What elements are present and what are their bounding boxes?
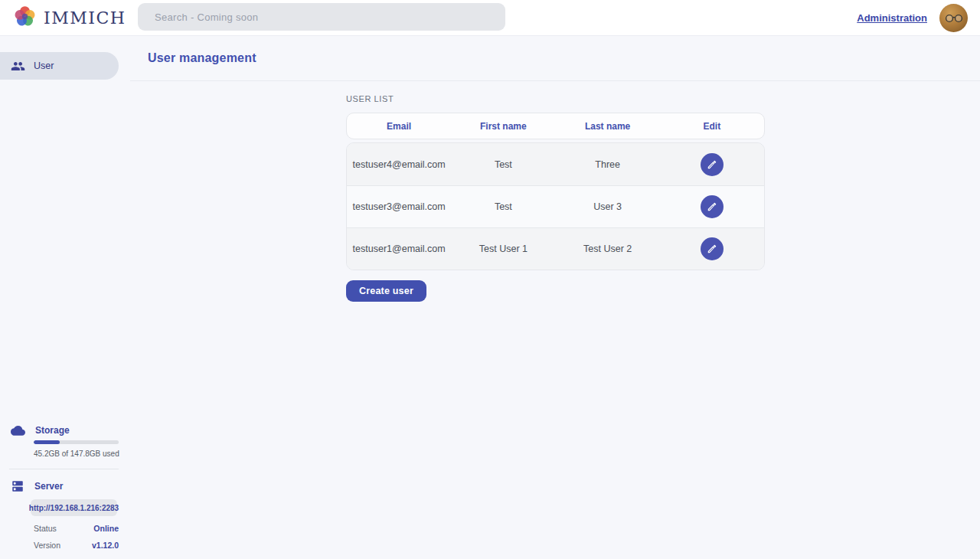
server-icon bbox=[11, 479, 24, 493]
cell-first-name: Test bbox=[451, 201, 555, 212]
cell-email: testuser1@email.com bbox=[347, 244, 451, 254]
server-status-row: Status Online bbox=[34, 524, 119, 533]
create-user-button[interactable]: Create user bbox=[346, 280, 426, 302]
storage-progress-fill bbox=[34, 440, 60, 444]
column-header-email: Email bbox=[347, 121, 451, 132]
cell-first-name: Test bbox=[451, 159, 555, 170]
storage-progress-bar bbox=[34, 440, 119, 444]
server-title: Server bbox=[34, 481, 63, 492]
admin-sidebar: User Storage 45.2GB of 147.8GB used Serv… bbox=[0, 36, 130, 559]
cell-last-name: Test User 2 bbox=[556, 244, 660, 254]
storage-title: Storage bbox=[35, 425, 70, 436]
edit-user-button[interactable] bbox=[701, 195, 724, 218]
main-content: User management USER LIST Email First na… bbox=[130, 36, 980, 559]
cell-last-name: Three bbox=[556, 159, 660, 170]
brand-name: IMMICH bbox=[44, 8, 126, 28]
users-icon bbox=[11, 59, 25, 74]
table-row: testuser1@email.com Test User 1 Test Use… bbox=[347, 227, 764, 270]
immich-flower-icon bbox=[12, 4, 38, 32]
search-bar bbox=[138, 3, 505, 31]
cell-last-name: User 3 bbox=[556, 201, 660, 212]
sidebar-status-panel: Storage 45.2GB of 147.8GB used Server ht… bbox=[0, 424, 130, 559]
column-header-first-name: First name bbox=[451, 121, 555, 132]
sidebar-item-label: User bbox=[34, 60, 54, 71]
status-value: Online bbox=[93, 524, 119, 533]
server-version-row: Version v1.12.0 bbox=[34, 541, 119, 550]
user-table: testuser4@email.com Test Three testuser3… bbox=[346, 142, 765, 270]
status-label: Status bbox=[34, 524, 57, 533]
cell-email: testuser4@email.com bbox=[347, 159, 451, 170]
glasses-icon bbox=[945, 14, 963, 23]
sidebar-item-user[interactable]: User bbox=[0, 52, 119, 80]
edit-user-button[interactable] bbox=[701, 153, 724, 176]
cloud-icon bbox=[11, 424, 25, 436]
sidebar-divider bbox=[9, 469, 119, 469]
cell-email: testuser3@email.com bbox=[347, 201, 451, 212]
server-url-badge: http://192.168.1.216:2283 bbox=[31, 499, 117, 516]
storage-usage-text: 45.2GB of 147.8GB used bbox=[34, 449, 130, 458]
search-input[interactable] bbox=[138, 3, 505, 31]
edit-user-button[interactable] bbox=[701, 237, 724, 260]
version-label: Version bbox=[34, 541, 60, 550]
top-navbar: IMMICH Administration bbox=[0, 0, 980, 36]
immich-logo[interactable]: IMMICH bbox=[12, 4, 126, 32]
pencil-icon bbox=[707, 244, 717, 254]
table-row: testuser3@email.com Test User 3 bbox=[347, 185, 764, 227]
column-header-edit: Edit bbox=[660, 121, 764, 132]
pencil-icon bbox=[707, 159, 717, 170]
section-title: USER LIST bbox=[346, 94, 765, 103]
cell-first-name: Test User 1 bbox=[451, 244, 555, 254]
page-title: User management bbox=[148, 51, 256, 65]
user-avatar[interactable] bbox=[939, 4, 968, 32]
column-header-last-name: Last name bbox=[556, 121, 660, 132]
administration-link[interactable]: Administration bbox=[857, 12, 927, 24]
version-value: v1.12.0 bbox=[92, 541, 119, 550]
user-table-header: Email First name Last name Edit bbox=[346, 113, 765, 139]
page-header: User management bbox=[130, 36, 980, 81]
table-row: testuser4@email.com Test Three bbox=[347, 143, 764, 185]
pencil-icon bbox=[707, 201, 717, 212]
